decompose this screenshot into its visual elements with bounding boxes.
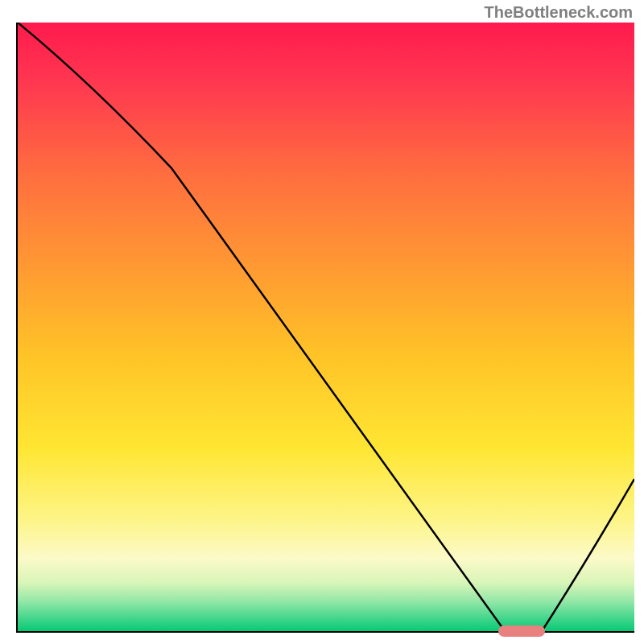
- bottleneck-curve: [18, 23, 634, 631]
- optimal-range-marker: [498, 625, 545, 637]
- plot-area: [16, 23, 634, 633]
- watermark-text: TheBottleneck.com: [485, 3, 633, 22]
